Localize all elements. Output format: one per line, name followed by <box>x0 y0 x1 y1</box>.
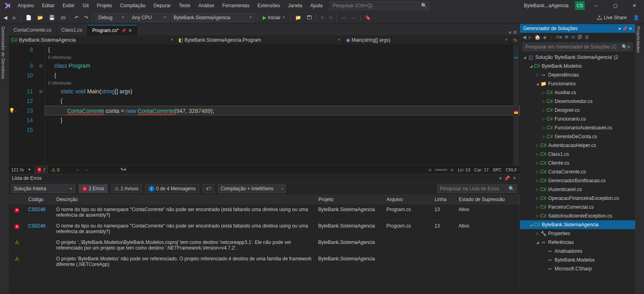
platform-combo[interactable]: Any CPU▼ <box>129 13 169 22</box>
error-count-badge[interactable]: ✕2 <box>35 167 47 173</box>
expand-icon[interactable]: ▷ <box>541 108 547 112</box>
panel-dropdown-icon[interactable]: ▾ <box>499 175 502 181</box>
menu-ajuda[interactable]: Ajuda <box>306 1 327 10</box>
expand-icon[interactable]: ▷ <box>541 117 547 121</box>
expand-icon[interactable]: ▷ <box>535 214 540 218</box>
app-icon[interactable]: 🗔 <box>305 14 314 22</box>
global-search[interactable]: Pesquisar (Ctrl+Q) 🔍 <box>330 1 430 10</box>
tree-item[interactable]: ▪▪ByteBank.Modelos <box>520 256 635 264</box>
close-button[interactable]: ✕ <box>626 0 642 11</box>
tree-item[interactable]: ▪▪Microsoft.CSharp <box>520 264 635 273</box>
sol-fwd-icon[interactable]: ▶ <box>529 34 532 40</box>
folder-icon[interactable]: 📁 <box>293 14 303 22</box>
save-icon[interactable]: 💾 <box>47 14 57 22</box>
fold-handle[interactable]: ⊟ <box>37 87 45 96</box>
tree-item[interactable]: ▷C#GerenciadorBonificacao.cs <box>520 176 635 185</box>
fold-handle[interactable] <box>37 125 45 135</box>
solution-search[interactable]: Pesquisar em Gerenciador de Soluções (C🔍… <box>522 42 633 51</box>
nav-scope[interactable]: C#ByteBank.SistemaAgencia▼ <box>9 35 176 44</box>
nav-member[interactable]: ◉Main(string[] args)▼ <box>344 35 511 44</box>
menu-exibir[interactable]: Exibir <box>59 1 79 10</box>
tab-settings-icon[interactable]: ⚙ <box>513 30 517 35</box>
error-search[interactable]: Pesquisar na Lista de Erros🔍 <box>437 184 517 193</box>
tree-item[interactable]: ▷C#OperacaoFinanceiraException.cs <box>520 194 635 203</box>
startup-combo[interactable]: ByteBank.SistemaAgencia▼ <box>171 13 255 22</box>
tree-item[interactable]: ▷C#Designer.cs <box>520 106 635 115</box>
menu-janela[interactable]: Janela <box>284 1 306 10</box>
warning-count-badge[interactable]: ⚠0 <box>51 167 59 173</box>
scroll-map[interactable] <box>513 45 519 165</box>
person-icon[interactable]: 👤 <box>633 15 639 20</box>
expand-icon[interactable]: ▷ <box>535 232 540 236</box>
indent-more-icon[interactable]: ≡ <box>327 14 334 22</box>
menu-ferramentas[interactable]: Ferramentas <box>218 1 253 10</box>
sol-close-icon[interactable]: ✕ <box>629 26 632 31</box>
doc-tab[interactable]: Program.cs*📌✕ <box>87 25 137 35</box>
configuration-combo[interactable]: Debug▼ <box>95 13 128 22</box>
sol-home-icon[interactable]: 🏠 <box>535 34 541 40</box>
nav-fwd-icon[interactable]: → <box>84 167 88 172</box>
warnings-filter-button[interactable]: ⚠2 Avisos <box>111 184 142 193</box>
comment-icon[interactable]: ▭ <box>339 14 348 22</box>
tree-item[interactable]: ▪▪Analisadores <box>520 247 635 256</box>
sol-refresh-icon[interactable]: ⟳ <box>565 34 569 40</box>
sol-showall-icon[interactable]: 🗐 <box>577 34 582 40</box>
tree-item[interactable]: ▷C#AutenticacaoHelper.cs <box>520 141 635 150</box>
menu-projeto[interactable]: Projeto <box>93 1 116 10</box>
tree-item[interactable]: ▷C#ParceiroComercial.cs <box>520 203 635 211</box>
expand-icon[interactable]: ▷ <box>541 91 547 95</box>
error-row[interactable]: ⚠O projeto '..\ByteBank.Modelos\ByteBank… <box>9 237 520 254</box>
error-col-header[interactable]: Linha <box>431 195 456 204</box>
sol-properties-icon[interactable]: 🗏 <box>585 34 589 40</box>
panel-pin-icon[interactable]: 📌 <box>504 175 510 181</box>
expand-icon[interactable]: ▷ <box>535 161 540 165</box>
forward-button[interactable]: ▶ <box>11 14 18 22</box>
user-badge[interactable]: CS <box>575 1 585 10</box>
fold-handle[interactable] <box>37 70 45 80</box>
error-col-header[interactable]: Descrição <box>53 195 315 204</box>
error-col-header[interactable] <box>9 195 25 204</box>
expand-icon[interactable]: ◢ <box>535 240 540 244</box>
error-col-header[interactable]: Projeto <box>315 195 383 204</box>
tree-item[interactable]: ◢◫Solução 'ByteBank.SistemaAgencia' (2 <box>520 53 635 62</box>
expand-icon[interactable]: ▷ <box>535 196 540 200</box>
menu-compilação[interactable]: Compilação <box>116 1 149 10</box>
scope-filter-combo[interactable]: Solução Inteira▼ <box>11 184 75 193</box>
sol-pin-icon[interactable]: 📌 <box>622 26 627 31</box>
close-tab-icon[interactable]: ✕ <box>128 28 132 33</box>
start-debug-button[interactable]: ▶Iniciar▼ <box>260 15 288 20</box>
code-editor[interactable]: 💡● 89101112131415 ⊟⊟ { 0 referências cla… <box>9 45 520 165</box>
tree-item[interactable]: ▷C#Cliente.cs <box>520 159 635 167</box>
tree-item[interactable]: ◢📁Funcionarios <box>520 79 635 88</box>
menu-teste[interactable]: Teste <box>175 1 194 10</box>
expand-icon[interactable]: ◢ <box>528 223 534 227</box>
lightbulb-icon[interactable]: 💡● <box>9 108 17 113</box>
minimize-button[interactable]: ─ <box>588 0 604 11</box>
maximize-button[interactable]: ▢ <box>607 0 623 11</box>
liveshare-button[interactable]: Live Share 👤 <box>593 15 642 20</box>
error-row[interactable]: ✕CS0246O nome do tipo ou do namespace "C… <box>9 221 520 237</box>
fold-handle[interactable]: ⊟ <box>37 61 45 70</box>
tree-item[interactable]: ▷C#Auxiliar.cs <box>520 88 635 97</box>
fold-handle[interactable] <box>37 115 45 125</box>
back-button[interactable]: ◀ <box>2 14 9 22</box>
server-explorer-tab[interactable]: Gerenciador de Servidores <box>1 26 6 292</box>
tree-item[interactable]: ▷🔧Properties <box>520 229 635 238</box>
fold-handle[interactable] <box>37 106 45 115</box>
errors-filter-button[interactable]: ✕2 Erros <box>79 184 108 193</box>
error-row[interactable]: ✕CS0246O nome do tipo ou do namespace "C… <box>9 204 520 221</box>
panel-close-icon[interactable]: ✕ <box>512 175 516 181</box>
menu-git[interactable]: Git <box>79 1 93 10</box>
tree-item[interactable]: ▷C#ContaCorrente.cs <box>520 167 635 176</box>
expand-icon[interactable]: ◢ <box>522 55 527 59</box>
expand-icon[interactable]: ▷ <box>541 126 547 130</box>
expand-icon[interactable]: ◢ <box>528 64 534 68</box>
uncomment-icon[interactable]: ▭ <box>349 14 358 22</box>
menu-extensões[interactable]: Extensões <box>253 1 284 10</box>
tree-item[interactable]: ◢C#ByteBank.Modelos <box>520 62 635 70</box>
fold-handle[interactable] <box>37 96 45 106</box>
tree-item[interactable]: ▷C#Class1.cs <box>520 150 635 159</box>
nav-class[interactable]: ◧ByteBank.SistemaAgencia.Program▼ <box>176 35 343 44</box>
tree-item[interactable]: ◢▪▪Referências <box>520 238 635 247</box>
expand-icon[interactable]: ▷ <box>535 187 540 191</box>
